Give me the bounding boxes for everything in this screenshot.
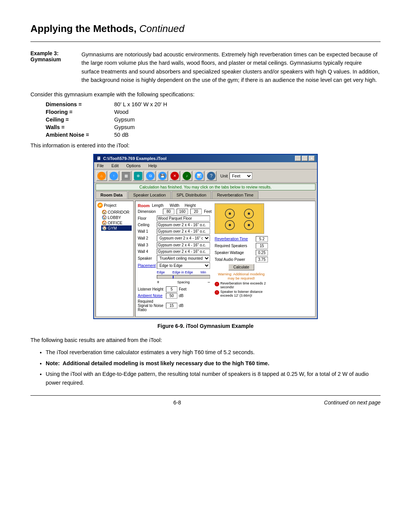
home-icon: ⌂ [97, 172, 106, 180]
toolbar-table-btn[interactable]: ▦ [121, 171, 131, 181]
example-name: Gymnasium [30, 56, 61, 62]
toolbar-stop-btn[interactable]: ✕ [169, 171, 180, 181]
project-label: Project [104, 203, 116, 208]
slider-label-min: Min [201, 270, 206, 274]
close-button[interactable]: ✕ [309, 156, 315, 161]
toolbar-save-btn[interactable]: 💾 [157, 171, 168, 181]
floor-input[interactable] [157, 216, 210, 221]
menu-options[interactable]: Options [125, 163, 142, 168]
ambient-noise-unit: dB [179, 294, 183, 298]
reverb-time-label[interactable]: Reverberation Time [215, 237, 248, 241]
spec-dimensions: Dimensions = 80' L x 160' W x 20' H [46, 101, 381, 107]
question-icon: ? [207, 172, 215, 180]
menu-help[interactable]: Help [147, 163, 159, 168]
result-bullet-2: Using the iTool with an Edge-to-Edge pat… [46, 370, 381, 387]
placement-row: Placement Edge to Edge [138, 262, 212, 269]
total-audio-row: Total Audio Power [215, 257, 268, 262]
sidebar-lobby-label: LOBBY [108, 215, 121, 220]
plus-icon: + [157, 280, 159, 285]
sidebar-office-label: OFFICE [108, 220, 123, 225]
sidebar-corridor[interactable]: 🏠 CORRIDOR [101, 209, 132, 215]
toolbar-speaker-btn[interactable]: ♪ [182, 171, 192, 181]
example-number: Example 3: [30, 50, 59, 56]
result-bullet-note: Note: Additional detailed modeling is mo… [46, 359, 381, 367]
spec-flooring-value: Wood [114, 109, 129, 115]
ambient-noise-input[interactable] [166, 293, 177, 299]
example-label: Example 3: Gymnasium [30, 50, 72, 85]
ceiling-input[interactable] [157, 222, 210, 228]
listener-height-row: Listener Height Feet [138, 286, 212, 292]
menu-file[interactable]: File [96, 163, 105, 168]
bottom-divider [30, 395, 381, 396]
status-text: Calculation has finished. You may click … [139, 185, 271, 189]
toolbar-up-btn[interactable]: ↑ [108, 171, 119, 181]
page-number: 6-8 [174, 399, 181, 406]
length-input[interactable] [163, 209, 174, 214]
wall2-label: Wall 2 [138, 236, 155, 240]
spec-ceiling-value: Gypsum [114, 117, 135, 123]
result-bullet-2-text: Using the iTool with an Edge-to-Edge pat… [46, 371, 369, 385]
dimension-row: Dimension Feet [138, 209, 212, 214]
calculate-button[interactable]: Calculate [228, 264, 254, 270]
slider-label-edge: Edge [157, 270, 165, 274]
menu-edit[interactable]: Edit [110, 163, 120, 168]
wall3-label: Wall 3 [138, 243, 155, 247]
wall4-input[interactable] [157, 249, 210, 254]
chart-icon: 📊 [195, 172, 203, 180]
save-icon: 💾 [158, 172, 167, 180]
maximize-button[interactable]: □ [302, 156, 308, 161]
toolbar-question-btn[interactable]: ? [206, 171, 217, 181]
wall1-input[interactable] [157, 228, 210, 234]
tab-speaker-location[interactable]: Speaker Location [128, 191, 171, 199]
title-main: Applying the Methods, [30, 23, 137, 34]
wall2-input[interactable]: Gypsum over 2 x 4 - 16" o.c. [157, 235, 210, 241]
slider-label-edgeinedge: Edge in Edge [172, 270, 193, 274]
office-icon: 🏠 [102, 220, 107, 225]
spec-dimensions-label: Dimensions = [46, 101, 114, 107]
sidebar-lobby[interactable]: 🏠 LOBBY [101, 215, 132, 220]
top-divider [30, 42, 381, 42]
tab-room-data[interactable]: Room Data [96, 191, 127, 199]
results-intro-text: The following basic results are attained… [30, 336, 381, 344]
sidebar-corridor-label: CORRIDOR [108, 210, 129, 214]
minus-icon: − [207, 280, 210, 285]
placement-slider[interactable] [157, 275, 210, 279]
svg-point-6 [229, 224, 231, 226]
unit-select[interactable]: Feet Meters [229, 173, 252, 179]
wall3-input[interactable] [157, 242, 210, 248]
speaker-select[interactable]: TrueAlert ceiling mounted speaker [157, 255, 210, 262]
placement-select[interactable]: Edge to Edge [157, 262, 210, 269]
result-bullet-1-text: The iTool reverberation time calculator … [46, 349, 255, 355]
listener-height-unit: Feet [179, 287, 186, 291]
project-item: 📁 Project [97, 203, 132, 208]
toolbar-home-btn[interactable]: ⌂ [96, 171, 107, 181]
tab-reverberation-time[interactable]: Reverberation Time [212, 191, 258, 199]
page-title: Applying the Methods, Continued [30, 23, 381, 35]
total-audio-label: Total Audio Power [215, 257, 245, 262]
wall1-row: Wall 1 [138, 228, 212, 234]
toolbar: ⌂ ↑ ▦ ⊕ ⧉ 💾 ✕ ♪ 📊 ? Unit Feet [94, 169, 317, 183]
arrow-up-icon: ↑ [110, 172, 118, 180]
snr-input[interactable] [166, 303, 177, 308]
speaker-icon: ♪ [183, 172, 191, 180]
sidebar-office[interactable]: 🏠 OFFICE [101, 220, 132, 225]
listener-height-input[interactable] [166, 286, 177, 292]
height-input[interactable] [190, 209, 202, 214]
minimize-button[interactable]: _ [295, 156, 301, 161]
ambient-noise-label[interactable]: Ambient Noise [138, 294, 164, 298]
wall1-label: Wall 1 [138, 229, 155, 233]
spec-walls: Walls = Gypsum [46, 124, 381, 130]
example-paragraph-text: Gymnasiums are notoriously bad acoustic … [81, 51, 379, 83]
toolbar-copy-btn[interactable]: ⧉ [145, 171, 156, 181]
specs-list: Dimensions = 80' L x 160' W x 20' H Floo… [46, 101, 381, 138]
height-col-label: Height [185, 203, 196, 208]
toolbar-chart-btn[interactable]: 📊 [194, 171, 204, 181]
results-bullets: The iTool reverberation time calculator … [46, 348, 381, 387]
width-input[interactable] [177, 209, 188, 214]
speaker-diagram [215, 203, 264, 234]
menu-bar: File Edit Options Help [94, 162, 317, 169]
tab-spl-distribution[interactable]: SPL Distribution [172, 191, 211, 199]
sidebar-gym[interactable]: 🏠 GYM [101, 225, 132, 231]
toolbar-globe-btn[interactable]: ⊕ [133, 171, 143, 181]
warning-text: Warning: Additional modeling may be requ… [215, 272, 268, 280]
